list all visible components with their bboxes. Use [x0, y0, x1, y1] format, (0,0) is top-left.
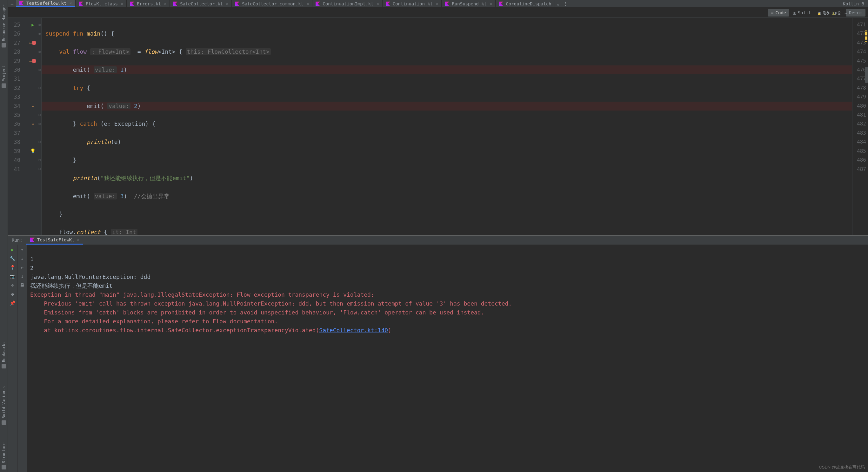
scroll-end-button[interactable]: ⤓: [19, 273, 25, 279]
weak-warning-count: 2: [838, 10, 841, 16]
fold-icon[interactable]: ⊟: [38, 111, 41, 119]
close-icon[interactable]: ✕: [69, 1, 72, 5]
right-number: 486: [852, 156, 866, 165]
view-split-button[interactable]: ◫Split: [790, 9, 814, 17]
fold-icon[interactable]: ⊟: [38, 119, 41, 128]
scrollbar-thumb[interactable]: [865, 67, 868, 83]
editor[interactable]: 25 26 27 28 29 30 31 32 33 34 35 36 37 3…: [8, 18, 852, 235]
intention-bulb-icon[interactable]: 💡: [30, 146, 36, 155]
tab-continuationimpl[interactable]: ContinuationImpl.kt✕: [312, 0, 382, 7]
stacktrace-link[interactable]: SafeCollector.kt:140: [319, 327, 388, 333]
close-icon[interactable]: ✕: [307, 2, 309, 6]
rerun-button[interactable]: ▶: [9, 246, 16, 253]
variants-icon: [2, 420, 6, 425]
right-number: 479: [852, 92, 866, 101]
fold-icon[interactable]: ⊟: [38, 47, 41, 56]
right-number: 478: [852, 84, 866, 92]
editor-toolbar: ▲18 ▲2 ︿ ﹀ ≡Code ◫Split ▣Design Decom: [8, 8, 868, 18]
prev-highlight-icon[interactable]: ︿: [844, 10, 848, 16]
up-stack-button[interactable]: ↑: [19, 246, 25, 253]
fold-icon[interactable]: ⊟: [38, 20, 41, 29]
right-number: 487: [852, 165, 866, 174]
tab-label: SafeCollector.common.kt: [242, 1, 304, 6]
close-icon[interactable]: ✕: [121, 2, 123, 6]
kotlin-file-icon: [79, 2, 83, 6]
fold-icon[interactable]: ⊟: [38, 138, 41, 146]
line-number: 34: [8, 101, 20, 111]
soft-wrap-button[interactable]: ↩: [19, 264, 25, 271]
error-stripe[interactable]: [865, 30, 867, 42]
close-icon[interactable]: ✕: [77, 238, 80, 242]
tab-testsafeflow[interactable]: TestSafeFlow.kt ✕: [16, 0, 75, 7]
close-icon[interactable]: ✕: [226, 2, 228, 6]
kotlin-file-icon: [235, 2, 239, 6]
console-output[interactable]: 1 2 java.lang.NullPointerException: ddd …: [27, 244, 868, 472]
pin-tab-button[interactable]: 📌: [9, 300, 16, 306]
view-code-button[interactable]: ≡Code: [768, 9, 789, 17]
warning-icon: ▲: [818, 10, 820, 16]
editor-region: ▲18 ▲2 ︿ ﹀ ≡Code ◫Split ▣Design Decom 25…: [8, 8, 868, 235]
gutter-icons[interactable]: ▶⊟ ⊟ ↦ ⊟ ↦ ⊟ ⊟ ↦ ⊟ ↦⊟ ⊟ 💡 ⊟ ⊟: [23, 18, 41, 235]
tab-label: CoroutineDispatch: [506, 1, 551, 6]
kotlin-file-icon: [173, 2, 178, 6]
kotlin-file-icon: [499, 2, 503, 6]
fold-icon[interactable]: ⊟: [38, 29, 41, 38]
suspend-icon: ↦: [32, 101, 34, 111]
console-error-line: For a more detailed explanation, please …: [30, 318, 278, 325]
tab-safecollector-common[interactable]: SafeCollector.common.kt✕: [232, 0, 312, 7]
print-button[interactable]: 🖶: [19, 282, 25, 288]
line-number: 41: [8, 165, 20, 174]
tab-coroutinedispatch[interactable]: CoroutineDispatch: [496, 0, 555, 7]
right-number: 474: [852, 47, 866, 56]
tab-flowkt[interactable]: FlowKt.class✕: [75, 0, 127, 7]
tool-build-variants[interactable]: Build Variants: [1, 384, 7, 427]
close-icon[interactable]: ✕: [377, 2, 379, 6]
dump-button[interactable]: 📷: [9, 273, 16, 279]
fold-icon[interactable]: ⊟: [38, 65, 41, 74]
fold-icon[interactable]: ⊟: [38, 156, 41, 165]
breakpoint-icon[interactable]: [32, 59, 36, 63]
tab-label: Continuation.kt: [393, 1, 433, 6]
close-icon[interactable]: ✕: [436, 2, 438, 6]
tool-bookmarks[interactable]: Bookmarks: [1, 339, 7, 371]
code-area[interactable]: suspend fun main() { val flow : Flow<Int…: [41, 18, 852, 235]
tab-continuation[interactable]: Continuation.kt✕: [382, 0, 442, 7]
tool-structure[interactable]: Structure: [1, 440, 7, 472]
tab-label: RunSuspend.kt: [452, 1, 487, 6]
run-gutter-icon[interactable]: ▶: [31, 20, 34, 29]
exit-button[interactable]: ⎆: [9, 282, 16, 288]
breakpoint-icon[interactable]: [32, 41, 36, 45]
down-stack-button[interactable]: ↓: [19, 255, 25, 262]
tab-label: ContinuationImpl.kt: [322, 1, 373, 6]
line-number: 29: [8, 57, 20, 65]
fold-icon[interactable]: ⊟: [38, 84, 41, 92]
suspend-icon: ↦: [30, 57, 32, 65]
run-settings-button[interactable]: 🔧: [9, 255, 16, 262]
tab-runsuspend[interactable]: RunSuspend.kt✕: [442, 0, 496, 7]
run-tool-header: Run: TestSafeFlowKt ✕: [8, 235, 868, 244]
right-number: 482: [852, 119, 866, 128]
console-line: 1: [30, 256, 34, 262]
right-number: 476: [852, 65, 866, 74]
fold-icon[interactable]: ⊟: [38, 165, 41, 173]
close-icon[interactable]: ✕: [490, 2, 492, 6]
run-toolbar-right: ↑ ↓ ↩ ⤓ 🖶: [18, 244, 27, 472]
tabs-overflow-chevron-icon[interactable]: ⌄: [555, 0, 561, 7]
run-config-tab[interactable]: TestSafeFlowKt ✕: [26, 236, 83, 244]
next-highlight-icon[interactable]: ﹀: [851, 10, 856, 16]
tab-safecollector[interactable]: SafeCollector.kt✕: [170, 0, 232, 7]
warning-count: 18: [824, 10, 829, 16]
tool-project[interactable]: Project: [1, 63, 7, 91]
close-icon[interactable]: ✕: [164, 2, 166, 6]
kotlin-file-icon: [316, 2, 320, 6]
console-line: java.lang.NullPointerException: ddd: [30, 273, 151, 280]
tabs-more-icon[interactable]: ⋮: [561, 0, 569, 7]
tab-errors[interactable]: Errors.kt✕: [127, 0, 170, 7]
tool-resource-manager[interactable]: Resource Manager: [1, 2, 7, 50]
pin-button[interactable]: 📍: [9, 264, 16, 271]
suspend-icon: ↦: [32, 119, 34, 128]
inspection-summary[interactable]: ▲18 ▲2 ︿ ﹀: [818, 10, 856, 16]
line-number: 39: [8, 147, 20, 156]
layout-button[interactable]: ⚙: [9, 291, 16, 297]
hide-tool-window-icon[interactable]: —: [8, 0, 16, 7]
